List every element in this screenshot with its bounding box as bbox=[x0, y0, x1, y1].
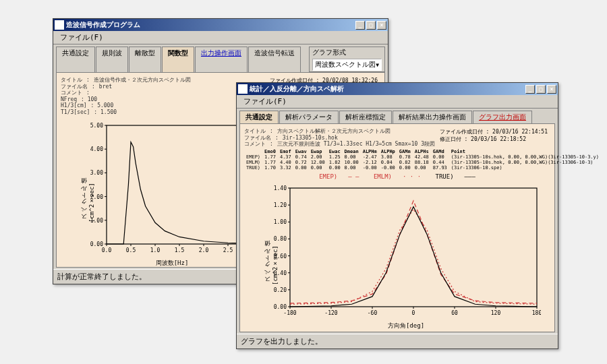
analysis-table: Emo0EmofEwavEwapEwacDmeanALPHmALPHpGAMmA… bbox=[244, 149, 601, 171]
tab-regular[interactable]: 規則波 bbox=[96, 47, 128, 72]
svg-text:-120: -120 bbox=[324, 310, 337, 316]
xlabel: 方向角[deg] bbox=[271, 322, 541, 330]
tab-transfer[interactable]: 造波信号転送 bbox=[248, 47, 301, 72]
app-icon bbox=[238, 84, 248, 94]
status-text: 計算が正常終了しました。 bbox=[57, 272, 146, 281]
ylabel: スペクトル値 [cm^2×sec] bbox=[80, 155, 95, 222]
chart-svg: -180-120-600601201800.000.200.400.600.80… bbox=[271, 184, 541, 319]
svg-text:0.00: 0.00 bbox=[274, 304, 287, 310]
content-panel: タイトル:方向スペクトル解析・２次元方向スペクトル図 ファイル名:3ir-133… bbox=[239, 123, 555, 332]
svg-text:1.40: 1.40 bbox=[274, 185, 287, 191]
tab-common[interactable]: 共通設定 bbox=[239, 111, 279, 123]
window-title: 造波信号作成プログラム bbox=[66, 20, 355, 30]
tab-graph-output[interactable]: グラフ出力画面 bbox=[473, 111, 532, 123]
ylabel: スペクトル値 [cm^2×sec] bbox=[263, 218, 279, 285]
graph-type-group: グラフ形式 周波数スペクトル図 ▼ bbox=[309, 47, 385, 72]
svg-text:0.5: 0.5 bbox=[126, 247, 136, 253]
statusbar: グラフを出力しました。 bbox=[237, 334, 558, 348]
tabbar: 共通設定 規則波 離散型 関数型 出力操作画面 造波信号転送 グラフ形式 周波数… bbox=[53, 44, 388, 72]
chevron-down-icon: ▼ bbox=[376, 62, 379, 68]
tab-function[interactable]: 関数型 bbox=[162, 47, 194, 72]
minimize-button[interactable]: _ bbox=[525, 85, 535, 94]
titlebar[interactable]: 造波信号作成プログラム _ □ × bbox=[53, 19, 388, 31]
window-controls: _ □ × bbox=[355, 21, 386, 30]
svg-text:120: 120 bbox=[491, 310, 501, 316]
svg-text:180: 180 bbox=[532, 310, 541, 316]
tab-coords[interactable]: 解析座標指定 bbox=[339, 111, 392, 123]
svg-text:0.20: 0.20 bbox=[274, 287, 287, 293]
menubar: ファイル(F) bbox=[53, 31, 388, 44]
svg-text:1.20: 1.20 bbox=[274, 202, 287, 208]
close-button[interactable]: × bbox=[547, 85, 556, 94]
svg-text:1.0: 1.0 bbox=[150, 247, 161, 253]
xlabel: 周波数[Hz] bbox=[88, 259, 256, 268]
tabbar: 共通設定 解析パラメータ 解析座標指定 解析結果出力操作画面 グラフ出力画面 bbox=[237, 109, 558, 123]
svg-text:5.00: 5.00 bbox=[90, 123, 103, 129]
svg-text:0: 0 bbox=[412, 310, 415, 316]
tab-params[interactable]: 解析パラメータ bbox=[279, 111, 339, 123]
graph-type-select[interactable]: 周波数スペクトル図 ▼ bbox=[312, 59, 382, 71]
maximize-button[interactable]: □ bbox=[536, 85, 546, 94]
plot-1: スペクトル値 [cm^2×sec] 0.00.51.01.52.02.53.00… bbox=[88, 121, 256, 256]
plot-2: スペクトル値 [cm^2×sec] -180-120-600601201800.… bbox=[271, 184, 541, 319]
svg-text:4.00: 4.00 bbox=[90, 146, 103, 152]
graph-section-label: グラフ形式 bbox=[312, 48, 382, 57]
chart-svg: 0.00.51.01.52.02.53.00.001.002.003.004.0… bbox=[88, 121, 256, 256]
svg-text:-180: -180 bbox=[283, 310, 296, 316]
svg-text:-60: -60 bbox=[368, 310, 378, 316]
minimize-button[interactable]: _ bbox=[355, 21, 365, 30]
menu-file[interactable]: ファイル(F) bbox=[239, 96, 291, 107]
tab-results[interactable]: 解析結果出力操作画面 bbox=[393, 111, 472, 123]
graph-type-value: 周波数スペクトル図 bbox=[315, 60, 376, 69]
window-analysis: 統計／入反分離／方向スペ解析 _ □ × ファイル(F) 共通設定 解析パラメー… bbox=[236, 82, 558, 349]
maximize-button[interactable]: □ bbox=[366, 21, 376, 30]
svg-text:1.5: 1.5 bbox=[175, 247, 185, 253]
svg-text:0.0: 0.0 bbox=[102, 247, 112, 253]
close-button[interactable]: × bbox=[377, 21, 386, 30]
menu-file[interactable]: ファイル(F) bbox=[56, 32, 107, 42]
tab-common[interactable]: 共通設定 bbox=[56, 47, 95, 72]
window-title: 統計／入反分離／方向スペ解析 bbox=[250, 84, 525, 94]
window-controls: _ □ × bbox=[525, 85, 556, 94]
app-icon bbox=[55, 20, 64, 30]
menubar: ファイル(F) bbox=[237, 95, 558, 109]
status-text: グラフを出力しました。 bbox=[241, 337, 322, 346]
meta-dates: ファイル作成日付 : 20/03/16 22:14:51 修正日付 : 20/0… bbox=[440, 128, 548, 143]
tab-output[interactable]: 出力操作画面 bbox=[195, 47, 248, 72]
titlebar[interactable]: 統計／入反分離／方向スペ解析 _ □ × bbox=[237, 83, 558, 95]
svg-text:0.00: 0.00 bbox=[90, 241, 103, 247]
svg-text:2.0: 2.0 bbox=[199, 247, 209, 253]
legend: EMEP)— — EMLM)· · · TRUE)——— bbox=[244, 173, 550, 180]
svg-text:2.5: 2.5 bbox=[223, 247, 233, 253]
svg-text:60: 60 bbox=[451, 310, 458, 316]
tab-discrete[interactable]: 離散型 bbox=[129, 47, 161, 72]
